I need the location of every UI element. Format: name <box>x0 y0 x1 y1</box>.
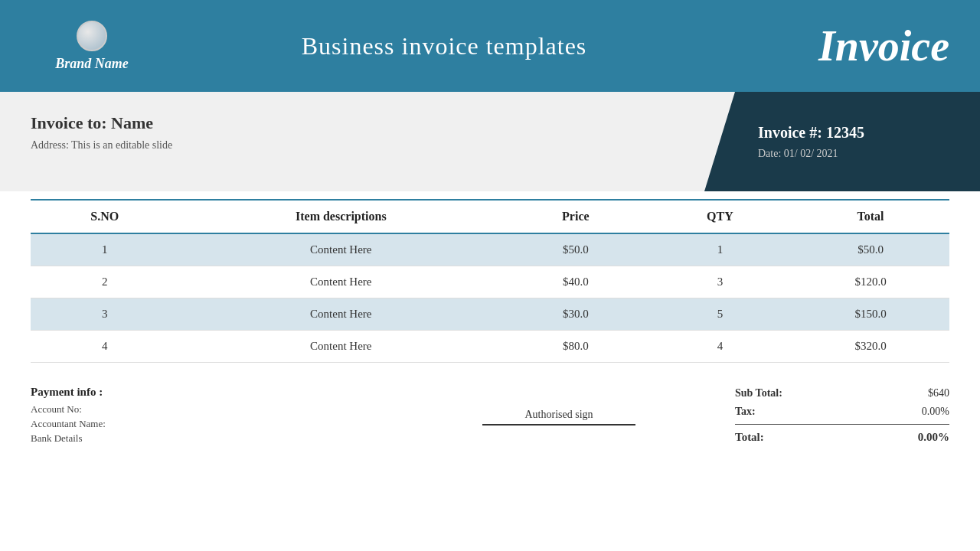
sign-area: Authorised sign <box>383 386 735 425</box>
cell-total: $50.0 <box>792 233 949 266</box>
col-total: Total <box>792 200 949 233</box>
tax-row: Tax: 0.00% <box>735 404 949 419</box>
cell-total: $320.0 <box>792 331 949 363</box>
cell-description: Content Here <box>179 298 503 331</box>
cell-sno: 1 <box>31 233 179 266</box>
total-divider <box>735 424 949 425</box>
bank-details: Bank Details <box>31 432 383 445</box>
table-row: 2Content Here$40.03$120.0 <box>31 266 949 298</box>
invoice-to-area: Invoice to: Name Address: This is an edi… <box>0 92 704 191</box>
account-no: Account No: <box>31 403 383 416</box>
cell-price: $40.0 <box>503 266 648 298</box>
tax-label: Tax: <box>735 406 756 418</box>
header: Brand Name Business invoice templates In… <box>0 0 980 92</box>
cell-description: Content Here <box>179 331 503 363</box>
brand-area: Brand Name <box>31 21 153 72</box>
subtotal-label: Sub Total: <box>735 387 782 399</box>
accountant-name: Accountant Name: <box>31 418 383 430</box>
invoice-to-name: Invoice to: Name <box>31 113 674 133</box>
logo-icon <box>77 21 107 51</box>
invoice-meta-area: Invoice #: 12345 Date: 01/ 02/ 2021 <box>704 92 980 191</box>
invoice-number-value: 12345 <box>826 124 864 141</box>
totals-area: Sub Total: $640 Tax: 0.00% Total: 0.00% <box>735 386 949 448</box>
cell-price: $50.0 <box>503 233 648 266</box>
total-value: 0.00% <box>918 431 949 444</box>
subtotal-row: Sub Total: $640 <box>735 386 949 401</box>
brand-name: Brand Name <box>55 56 129 72</box>
payment-info: Payment info : Account No: Accountant Na… <box>31 386 383 447</box>
cell-qty: 3 <box>648 266 792 298</box>
header-title: Business invoice templates <box>153 32 735 60</box>
table-row: 3Content Here$30.05$150.0 <box>31 298 949 331</box>
subtotal-value: $640 <box>928 387 949 399</box>
cell-price: $30.0 <box>503 298 648 331</box>
table-header-row: S.NO Item descriptions Price QTY Total <box>31 200 949 233</box>
footer-section: Payment info : Account No: Accountant Na… <box>0 370 980 456</box>
cell-sno: 2 <box>31 266 179 298</box>
col-price: Price <box>503 200 648 233</box>
cell-description: Content Here <box>179 233 503 266</box>
col-qty: QTY <box>648 200 792 233</box>
cell-total: $120.0 <box>792 266 949 298</box>
col-sno: S.NO <box>31 200 179 233</box>
authorised-sign-label: Authorised sign <box>524 409 593 421</box>
table-section: S.NO Item descriptions Price QTY Total 1… <box>0 199 980 363</box>
col-description: Item descriptions <box>179 200 503 233</box>
table-row: 1Content Here$50.01$50.0 <box>31 233 949 266</box>
cell-total: $150.0 <box>792 298 949 331</box>
invoice-number-label: Invoice #: <box>758 124 822 141</box>
invoice-label: Invoice <box>735 21 949 70</box>
cell-qty: 4 <box>648 331 792 363</box>
cell-qty: 1 <box>648 233 792 266</box>
invoice-date: Date: 01/ 02/ 2021 <box>758 148 949 160</box>
cell-description: Content Here <box>179 266 503 298</box>
cell-qty: 5 <box>648 298 792 331</box>
info-section: Invoice to: Name Address: This is an edi… <box>0 92 980 191</box>
cell-sno: 4 <box>31 331 179 363</box>
total-row: Total: 0.00% <box>735 429 949 445</box>
cell-sno: 3 <box>31 298 179 331</box>
invoice-table: S.NO Item descriptions Price QTY Total 1… <box>31 199 949 363</box>
cell-price: $80.0 <box>503 331 648 363</box>
invoice-to-address: Address: This is an editable slide <box>31 139 674 152</box>
tax-value: 0.00% <box>922 406 949 418</box>
invoice-number: Invoice #: 12345 <box>758 124 949 142</box>
payment-title: Payment info : <box>31 386 383 399</box>
table-row: 4Content Here$80.04$320.0 <box>31 331 949 363</box>
total-label: Total: <box>735 431 764 444</box>
sign-line <box>482 424 635 425</box>
